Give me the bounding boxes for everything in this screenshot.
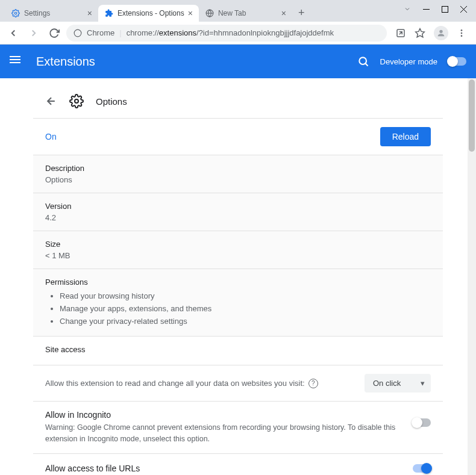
detail-header: Options <box>33 84 443 118</box>
site-access-dropdown[interactable]: On click <box>365 374 431 393</box>
incognito-label: Allow in Incognito <box>45 410 403 420</box>
share-icon[interactable] <box>395 28 406 39</box>
site-access-section: Site access <box>33 336 443 365</box>
globe-icon <box>205 8 215 18</box>
site-access-text: Allow this extension to read and change … <box>45 379 305 388</box>
search-icon[interactable] <box>357 55 369 67</box>
svg-marker-9 <box>416 28 425 37</box>
kebab-menu-icon[interactable] <box>457 28 466 38</box>
size-value: < 1 MB <box>45 251 431 260</box>
svg-point-17 <box>75 99 78 103</box>
developer-mode-label: Developer mode <box>380 57 437 66</box>
tab-new-tab[interactable]: New Tab × <box>199 5 292 22</box>
incognito-warning: Warning: Google Chrome cannot prevent ex… <box>45 422 403 445</box>
tab-title: New Tab <box>218 9 278 17</box>
description-label: Description <box>45 164 431 173</box>
developer-mode-toggle[interactable] <box>448 57 466 66</box>
svg-point-11 <box>461 29 463 31</box>
permissions-label: Permissions <box>45 278 431 287</box>
svg-point-13 <box>461 35 463 37</box>
avatar[interactable] <box>434 26 448 40</box>
address-bar: Chrome | chrome://extensions/?id=hhmnado… <box>0 22 476 45</box>
svg-point-12 <box>461 32 463 34</box>
size-label: Size <box>45 240 431 249</box>
svg-point-7 <box>74 29 81 37</box>
extension-detail: Options On Reload Description Options Ve… <box>33 84 443 475</box>
scrollbar-thumb[interactable] <box>469 79 475 152</box>
bookmark-icon[interactable] <box>415 28 425 39</box>
site-access-row: Allow this extension to read and change … <box>33 365 443 401</box>
back-arrow-icon[interactable] <box>45 95 57 107</box>
file-urls-label: Allow access to file URLs <box>45 464 413 473</box>
permissions-list: Read your browsing history Manage your a… <box>45 290 431 328</box>
svg-rect-3 <box>423 9 430 10</box>
permission-item: Read your browsing history <box>60 290 431 303</box>
svg-point-0 <box>14 12 17 14</box>
tab-extensions[interactable]: Extensions - Options × <box>98 5 199 22</box>
svg-rect-4 <box>442 6 448 12</box>
permissions-section: Permissions Read your browsing history M… <box>33 269 443 336</box>
file-urls-toggle[interactable] <box>413 464 431 473</box>
minimize-icon[interactable] <box>423 6 430 13</box>
url-text: chrome://extensions/?id=hhmnadonlnpiokng… <box>127 28 334 37</box>
tab-settings[interactable]: Settings × <box>5 5 98 22</box>
chevron-down-icon[interactable] <box>404 5 411 13</box>
url-scheme: Chrome <box>87 28 114 37</box>
info-icon <box>74 29 82 37</box>
toolbar-icons <box>390 26 471 40</box>
description-value: Options <box>45 175 431 184</box>
version-label: Version <box>45 202 431 211</box>
content-area: Options On Reload Description Options Ve… <box>0 78 476 475</box>
tab-title: Settings <box>24 9 84 17</box>
version-section: Version 4.2 <box>33 193 443 231</box>
description-section: Description Options <box>33 155 443 193</box>
reload-extension-button[interactable]: Reload <box>380 127 431 146</box>
incognito-toggle[interactable] <box>413 418 431 427</box>
close-icon[interactable]: × <box>188 8 193 18</box>
svg-point-10 <box>439 29 442 33</box>
back-button[interactable] <box>5 25 22 42</box>
close-window-icon[interactable] <box>460 6 467 13</box>
omnibox[interactable]: Chrome | chrome://extensions/?id=hhmnado… <box>66 25 387 42</box>
maximize-icon[interactable] <box>442 6 448 13</box>
file-urls-row: Allow access to file URLs <box>33 453 443 475</box>
page-title: Extensions <box>36 55 357 69</box>
permission-item: Manage your apps, extensions, and themes <box>60 303 431 315</box>
svg-point-14 <box>359 57 366 64</box>
gear-icon <box>11 8 20 18</box>
extension-name: Options <box>96 96 127 107</box>
on-label: On <box>45 132 380 141</box>
window-controls <box>395 0 476 18</box>
svg-line-15 <box>365 63 368 66</box>
permission-item: Change your privacy-related settings <box>60 315 431 328</box>
version-value: 4.2 <box>45 213 431 222</box>
new-tab-button[interactable]: + <box>292 4 311 22</box>
site-access-label: Site access <box>45 345 431 354</box>
forward-button[interactable] <box>25 25 42 42</box>
close-icon[interactable]: × <box>87 8 92 18</box>
status-row: On Reload <box>33 118 443 155</box>
close-icon[interactable]: × <box>281 8 286 18</box>
extension-icon <box>69 94 84 108</box>
app-header: Extensions Developer mode <box>0 45 476 78</box>
help-icon[interactable]: ? <box>308 379 318 388</box>
tab-title: Extensions - Options <box>117 9 184 17</box>
size-section: Size < 1 MB <box>33 231 443 269</box>
puzzle-icon <box>104 8 114 18</box>
hamburger-icon[interactable] <box>10 54 24 69</box>
reload-button[interactable] <box>46 25 63 42</box>
incognito-row: Allow in Incognito Warning: Google Chrom… <box>33 401 443 453</box>
